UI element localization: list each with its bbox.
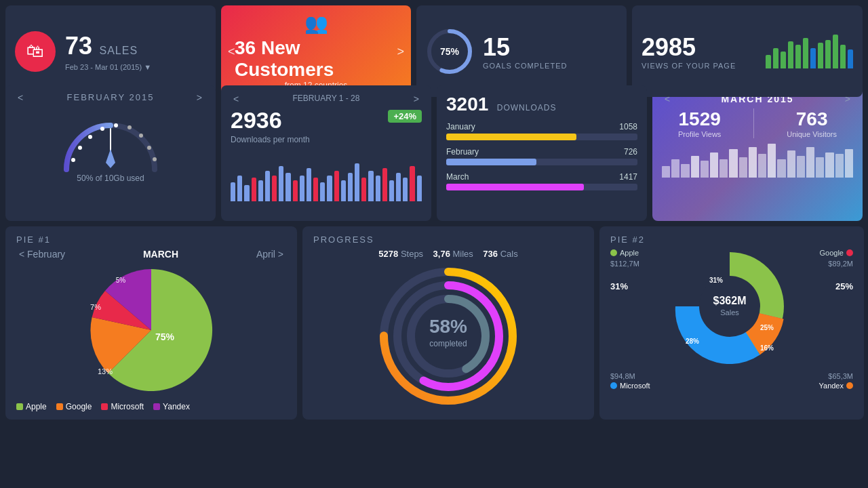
march-profile-views: 1529 Profile Views bbox=[678, 108, 721, 138]
progress-rings: 58% completed bbox=[313, 262, 583, 411]
downloads-sub: Downloads per month bbox=[231, 135, 310, 144]
svg-text:75%: 75% bbox=[155, 331, 175, 342]
svg-text:7%: 7% bbox=[90, 303, 101, 311]
gauge-card: < FEBRUARY 2015 > bbox=[5, 85, 216, 221]
svg-text:28%: 28% bbox=[686, 338, 699, 345]
downloads-nav: < FEBRUARY 1 - 28 > bbox=[231, 94, 422, 104]
gauge-next[interactable]: > bbox=[194, 92, 206, 103]
miles-val: 3,76 bbox=[433, 249, 450, 259]
apple-percent: 31% bbox=[610, 281, 639, 291]
svg-point-6 bbox=[100, 127, 104, 131]
downloads-next[interactable]: > bbox=[411, 94, 422, 104]
sales-card: 🛍 73 SALES Feb 23 - Mar 01 (2015) ▼ bbox=[5, 5, 216, 97]
pie2-bottom-legend: $94,8M Microsoft $65,3M Yandex bbox=[610, 372, 853, 390]
bar bbox=[810, 48, 816, 68]
sales-number: 73 bbox=[65, 32, 92, 60]
downloads-card: < FEBRUARY 1 - 28 > 2936 Downloads per m… bbox=[221, 85, 431, 221]
svg-marker-13 bbox=[106, 149, 115, 168]
sales-icon: 🛍 bbox=[15, 31, 56, 72]
legend-microsoft: Microsoft bbox=[101, 402, 144, 411]
bar bbox=[840, 45, 846, 68]
bar bbox=[410, 166, 414, 202]
bar bbox=[231, 182, 235, 201]
views-card: 2985 VIEWS OF YOUR PAGE bbox=[632, 5, 863, 97]
bar bbox=[361, 178, 366, 201]
steps-val: 5278 bbox=[378, 249, 398, 259]
dl-bar bbox=[446, 134, 576, 140]
customers-card: < 👥 36 New Customers from 12 countries > bbox=[221, 5, 411, 97]
gauge-prev[interactable]: < bbox=[15, 92, 27, 103]
pie1-prev[interactable]: < February bbox=[16, 249, 68, 260]
svg-point-5 bbox=[88, 135, 92, 139]
apple-dot bbox=[610, 249, 617, 256]
svg-point-9 bbox=[139, 134, 143, 138]
bar bbox=[252, 178, 256, 201]
dl-label: March bbox=[446, 172, 469, 182]
bar bbox=[300, 176, 304, 202]
bar bbox=[788, 41, 793, 68]
downloads-badge: +24% bbox=[388, 110, 422, 123]
bar bbox=[848, 49, 853, 68]
downloads-bar-chart bbox=[231, 154, 422, 201]
dl-bar bbox=[446, 184, 584, 190]
pie1-current: MARCH bbox=[143, 249, 178, 260]
miles-label: Miles bbox=[453, 249, 473, 259]
customers-next[interactable]: > bbox=[397, 44, 404, 58]
bar bbox=[825, 40, 831, 68]
downloads-number: 2936 bbox=[231, 107, 310, 134]
pie1-legend: Apple Google Microsoft Yandex bbox=[16, 402, 286, 411]
legend-yandex: Yandex bbox=[153, 402, 190, 411]
svg-text:75%: 75% bbox=[440, 46, 460, 57]
bar bbox=[272, 176, 277, 202]
bar bbox=[244, 185, 249, 202]
svg-text:58%: 58% bbox=[429, 316, 467, 337]
bar bbox=[265, 171, 270, 202]
goals-number: 15 bbox=[483, 33, 567, 62]
pie2-legend-left: Apple $112,7M 31% bbox=[610, 249, 639, 291]
customers-prev[interactable]: < bbox=[228, 44, 235, 58]
cals-val: 736 bbox=[483, 249, 498, 259]
bar bbox=[348, 173, 353, 201]
svg-text:31%: 31% bbox=[709, 277, 723, 284]
google-percent: 25% bbox=[820, 281, 853, 291]
dl-value: 1058 bbox=[619, 122, 637, 131]
bar bbox=[293, 180, 298, 202]
legend-apple: Apple bbox=[16, 402, 47, 411]
views-number: 2985 bbox=[642, 33, 736, 62]
sales-date[interactable]: Feb 23 - Mar 01 (2015) ▼ bbox=[65, 63, 151, 71]
downloads-prev[interactable]: < bbox=[231, 94, 241, 104]
bar bbox=[313, 178, 318, 201]
bar bbox=[773, 48, 778, 68]
dl-value: 726 bbox=[624, 147, 637, 157]
dl-list-sub: DOWNLOADS bbox=[497, 103, 557, 113]
progress-title: PROGRESS bbox=[313, 235, 583, 245]
bar bbox=[258, 180, 263, 202]
svg-point-4 bbox=[78, 146, 82, 150]
microsoft-info: $94,8M Microsoft bbox=[610, 372, 650, 390]
svg-point-10 bbox=[147, 146, 151, 150]
customers-number: 36 New Customers bbox=[235, 37, 397, 81]
gauge-visual bbox=[56, 108, 165, 169]
views-label: VIEWS OF YOUR PAGE bbox=[642, 62, 736, 70]
bar bbox=[766, 55, 771, 68]
bar bbox=[417, 176, 422, 202]
dl-label: January bbox=[446, 122, 475, 131]
march-unique-visitors: 763 Unique Visitors bbox=[787, 108, 837, 138]
dl-item-february: February 726 bbox=[446, 147, 637, 165]
dl-bar bbox=[446, 159, 536, 165]
svg-text:$362M: $362M bbox=[713, 295, 746, 306]
bar bbox=[327, 176, 332, 202]
bar bbox=[795, 45, 801, 68]
pie1-next[interactable]: April > bbox=[254, 249, 286, 260]
dl-list-card: 3201 DOWNLOADS January 1058 February 726 bbox=[437, 85, 647, 221]
svg-point-7 bbox=[114, 123, 118, 127]
sales-label: SALES bbox=[100, 45, 138, 56]
unique-visitors-number: 763 bbox=[787, 108, 837, 130]
yandex-dot bbox=[846, 382, 853, 389]
pie2-title: PIE #2 bbox=[610, 235, 853, 245]
gauge-header: < FEBRUARY 2015 > bbox=[15, 92, 206, 103]
bar bbox=[279, 166, 283, 202]
goals-label: GOALS COMPLETED bbox=[483, 62, 567, 70]
dl-label: February bbox=[446, 147, 479, 157]
dl-value: 1417 bbox=[619, 172, 637, 182]
